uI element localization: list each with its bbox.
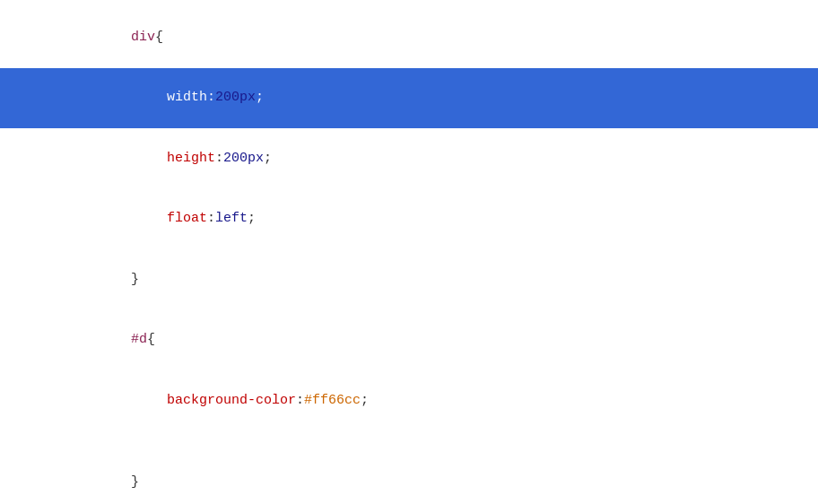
code-line-6: #d{ bbox=[0, 310, 818, 371]
token-semicolon: ; bbox=[264, 151, 272, 166]
code-line-9: } bbox=[0, 453, 818, 505]
code-line-4: float:left; bbox=[0, 189, 818, 250]
token-colon: : bbox=[296, 393, 304, 408]
token-value-bgcolor-d: #ff66cc bbox=[304, 393, 361, 408]
code-line-7: background-color:#ff66cc; bbox=[0, 370, 818, 431]
selector-div: div{ bbox=[11, 7, 163, 68]
token-brace: { bbox=[155, 30, 163, 45]
token-colon: : bbox=[215, 151, 223, 166]
token-semicolon: ; bbox=[248, 211, 256, 226]
code-line-5: } bbox=[0, 249, 818, 310]
token-semicolon: ; bbox=[256, 90, 264, 105]
selector-d: #d{ bbox=[11, 310, 155, 371]
code-line-8 bbox=[0, 431, 818, 453]
token-semicolon: ; bbox=[361, 393, 369, 408]
token-selector: div bbox=[131, 30, 155, 45]
token-brace-close: } bbox=[131, 272, 139, 287]
token-brace-close: } bbox=[131, 474, 139, 490]
code-line-1: div{ bbox=[0, 7, 818, 68]
property-bgcolor-d: background-color:#ff66cc; bbox=[11, 370, 369, 431]
empty-line bbox=[11, 431, 126, 452]
token-property-height: height bbox=[167, 151, 215, 166]
property-width: width:200px; bbox=[11, 68, 264, 129]
brace-close-d: } bbox=[11, 453, 139, 505]
code-line-2: width:200px; bbox=[0, 68, 818, 129]
token-value-float: left bbox=[215, 211, 248, 226]
token-value-height: 200px bbox=[223, 151, 264, 166]
property-float: float:left; bbox=[11, 189, 256, 250]
token-colon: : bbox=[207, 211, 215, 226]
property-height-div: height:200px; bbox=[11, 128, 272, 189]
token-property-bgcolor: background-color bbox=[167, 393, 296, 408]
code-editor: div{ width:200px; height:200px; float:le… bbox=[0, 0, 818, 504]
token-colon: : bbox=[207, 90, 215, 105]
token-value-width: 200px bbox=[215, 90, 256, 105]
token-selector-d: #d bbox=[131, 332, 147, 347]
token-property-width: width bbox=[167, 90, 207, 105]
code-line-3: height:200px; bbox=[0, 128, 818, 189]
token-property-float: float bbox=[167, 211, 207, 226]
brace-close-div: } bbox=[11, 249, 139, 310]
token-brace: { bbox=[147, 332, 155, 347]
